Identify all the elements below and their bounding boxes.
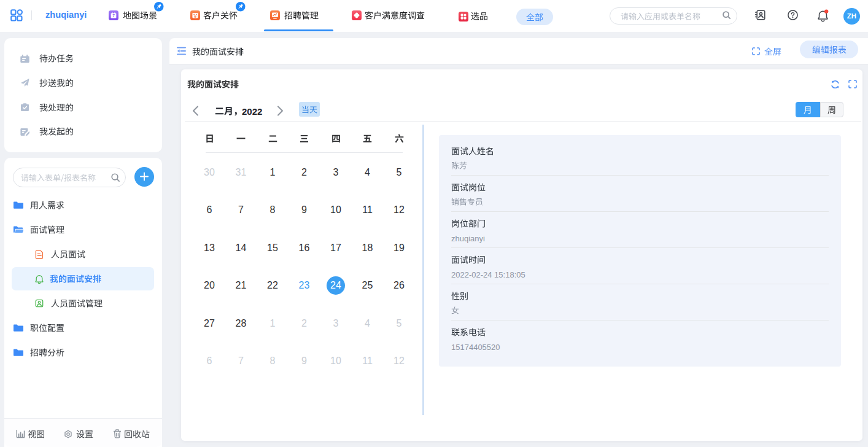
svg-text:7: 7 [112,14,115,18]
